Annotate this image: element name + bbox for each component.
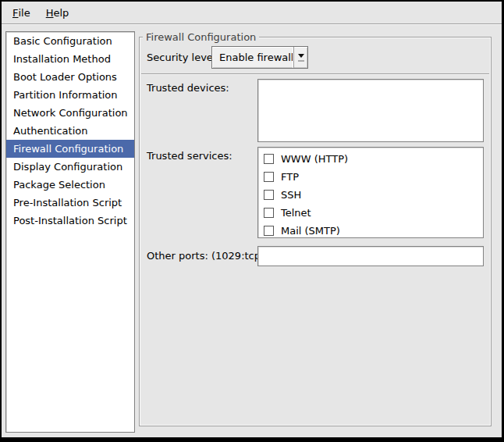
- service-label: Telnet: [281, 207, 311, 219]
- separator: [141, 73, 489, 75]
- menu-help[interactable]: Help: [38, 2, 77, 23]
- dropdown-dash-icon: [298, 60, 304, 62]
- trusted-devices-listbox[interactable]: [257, 79, 484, 142]
- frame-title: Firewall Configuration: [143, 31, 259, 43]
- sidebar-item-installation-method[interactable]: Installation Method: [6, 50, 134, 68]
- service-label: FTP: [281, 171, 299, 183]
- firewall-configuration-frame: Firewall Configuration Security level: E…: [139, 37, 492, 426]
- app-window: FileHelp Basic ConfigurationInstallation…: [0, 0, 504, 442]
- service-row-telnet[interactable]: Telnet: [258, 204, 483, 222]
- checkbox[interactable]: [264, 154, 274, 164]
- menubar: FileHelp: [2, 2, 502, 24]
- other-ports-input[interactable]: [257, 246, 484, 266]
- sidebar-item-authentication[interactable]: Authentication: [6, 122, 134, 140]
- service-label: SSH: [281, 189, 301, 201]
- security-level-value: Enable firewall: [212, 52, 293, 63]
- security-level-combobox[interactable]: Enable firewall: [211, 46, 308, 69]
- sidebar-item-firewall-configuration[interactable]: Firewall Configuration: [6, 140, 134, 158]
- service-row-www-http-[interactable]: WWW (HTTP): [258, 150, 483, 168]
- sidebar-item-basic-configuration[interactable]: Basic Configuration: [6, 32, 134, 50]
- checkbox[interactable]: [264, 226, 274, 236]
- trusted-services-listbox[interactable]: WWW (HTTP)FTPSSHTelnetMail (SMTP): [257, 147, 484, 238]
- security-level-label: Security level:: [147, 52, 219, 63]
- checkbox[interactable]: [264, 190, 274, 200]
- sidebar-item-boot-loader-options[interactable]: Boot Loader Options: [6, 68, 134, 86]
- sidebar-item-package-selection[interactable]: Package Selection: [6, 176, 134, 194]
- menu-file[interactable]: File: [5, 2, 38, 23]
- trusted-services-label: Trusted services:: [147, 150, 232, 162]
- checkbox[interactable]: [264, 208, 274, 218]
- trusted-devices-label: Trusted devices:: [147, 82, 229, 94]
- service-row-mail-smtp-[interactable]: Mail (SMTP): [258, 222, 483, 240]
- sidebar-item-post-installation-script[interactable]: Post-Installation Script: [6, 212, 134, 230]
- dropdown-triangle-icon: [298, 54, 304, 58]
- sidebar-item-network-configuration[interactable]: Network Configuration: [6, 104, 134, 122]
- sidebar-section-list[interactable]: Basic ConfigurationInstallation MethodBo…: [5, 31, 135, 433]
- other-ports-label: Other ports: (1029:tcp): [147, 250, 264, 262]
- checkbox[interactable]: [264, 172, 274, 182]
- sidebar-item-partition-information[interactable]: Partition Information: [6, 86, 134, 104]
- window-content: FileHelp Basic ConfigurationInstallation…: [2, 2, 502, 437]
- service-label: Mail (SMTP): [281, 225, 340, 237]
- service-row-ssh[interactable]: SSH: [258, 186, 483, 204]
- sidebar-item-pre-installation-script[interactable]: Pre-Installation Script: [6, 194, 134, 212]
- sidebar-item-display-configuration[interactable]: Display Configuration: [6, 158, 134, 176]
- service-label: WWW (HTTP): [281, 153, 348, 165]
- chevron-down-icon[interactable]: [293, 47, 307, 68]
- service-row-ftp[interactable]: FTP: [258, 168, 483, 186]
